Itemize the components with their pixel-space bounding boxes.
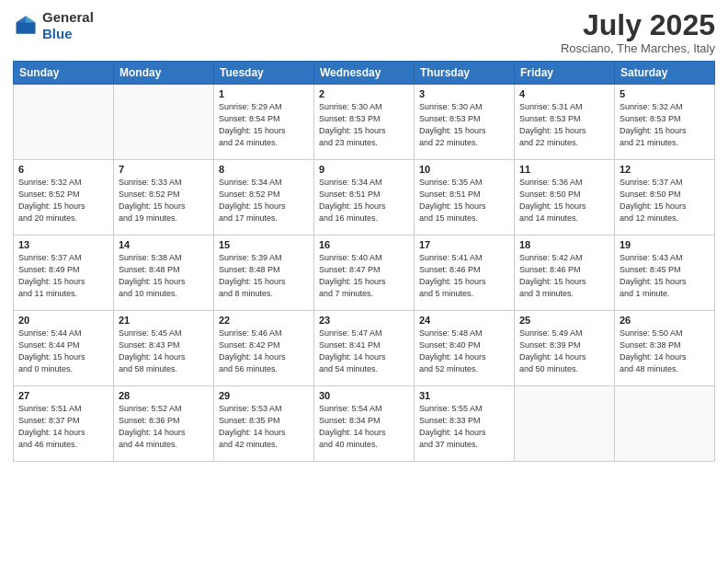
day-number: 2	[319, 88, 409, 99]
day-number: 30	[319, 390, 409, 401]
svg-marker-2	[17, 17, 27, 23]
day-info: Sunrise: 5:40 AM Sunset: 8:47 PM Dayligh…	[319, 252, 409, 300]
day-info: Sunrise: 5:48 AM Sunset: 8:40 PM Dayligh…	[419, 327, 509, 375]
day-cell: 25Sunrise: 5:49 AM Sunset: 8:39 PM Dayli…	[515, 311, 615, 386]
col-header-monday: Monday	[114, 62, 214, 85]
day-cell: 30Sunrise: 5:54 AM Sunset: 8:34 PM Dayli…	[314, 386, 415, 462]
day-info: Sunrise: 5:32 AM Sunset: 8:53 PM Dayligh…	[620, 101, 710, 149]
day-info: Sunrise: 5:37 AM Sunset: 8:49 PM Dayligh…	[18, 252, 108, 300]
day-cell: 23Sunrise: 5:47 AM Sunset: 8:41 PM Dayli…	[314, 311, 415, 386]
day-cell: 3Sunrise: 5:30 AM Sunset: 8:53 PM Daylig…	[415, 85, 515, 160]
day-number: 25	[519, 315, 609, 326]
day-number: 20	[18, 315, 108, 326]
day-cell: 21Sunrise: 5:45 AM Sunset: 8:43 PM Dayli…	[114, 311, 214, 386]
day-info: Sunrise: 5:54 AM Sunset: 8:34 PM Dayligh…	[319, 403, 409, 451]
week-row-1: 6Sunrise: 5:32 AM Sunset: 8:52 PM Daylig…	[14, 160, 715, 236]
day-cell: 31Sunrise: 5:55 AM Sunset: 8:33 PM Dayli…	[415, 386, 515, 462]
header: General Blue July 2025 Rosciano, The Mar…	[13, 9, 715, 55]
day-number: 15	[219, 239, 309, 250]
day-cell	[615, 386, 715, 462]
day-cell: 13Sunrise: 5:37 AM Sunset: 8:49 PM Dayli…	[14, 236, 114, 311]
week-row-0: 1Sunrise: 5:29 AM Sunset: 8:54 PM Daylig…	[14, 85, 715, 160]
day-info: Sunrise: 5:31 AM Sunset: 8:53 PM Dayligh…	[519, 101, 609, 149]
col-header-sunday: Sunday	[14, 62, 114, 85]
day-cell: 26Sunrise: 5:50 AM Sunset: 8:38 PM Dayli…	[615, 311, 715, 386]
day-info: Sunrise: 5:29 AM Sunset: 8:54 PM Dayligh…	[219, 101, 309, 149]
day-info: Sunrise: 5:34 AM Sunset: 8:52 PM Dayligh…	[219, 177, 309, 224]
day-info: Sunrise: 5:53 AM Sunset: 8:35 PM Dayligh…	[219, 403, 309, 451]
day-info: Sunrise: 5:46 AM Sunset: 8:42 PM Dayligh…	[219, 327, 309, 375]
logo-blue: Blue	[42, 26, 94, 42]
day-cell: 6Sunrise: 5:32 AM Sunset: 8:52 PM Daylig…	[14, 160, 114, 236]
day-number: 3	[419, 88, 509, 99]
day-number: 1	[219, 88, 309, 99]
day-number: 28	[119, 390, 209, 401]
day-cell: 20Sunrise: 5:44 AM Sunset: 8:44 PM Dayli…	[14, 311, 114, 386]
day-cell: 16Sunrise: 5:40 AM Sunset: 8:47 PM Dayli…	[314, 236, 415, 311]
day-cell: 10Sunrise: 5:35 AM Sunset: 8:51 PM Dayli…	[415, 160, 515, 236]
day-cell: 27Sunrise: 5:51 AM Sunset: 8:37 PM Dayli…	[14, 386, 114, 462]
day-info: Sunrise: 5:34 AM Sunset: 8:51 PM Dayligh…	[319, 177, 409, 224]
day-number: 5	[620, 88, 710, 99]
day-info: Sunrise: 5:51 AM Sunset: 8:37 PM Dayligh…	[18, 403, 108, 451]
day-number: 14	[119, 239, 209, 250]
calendar-header-row: SundayMondayTuesdayWednesdayThursdayFrid…	[14, 62, 715, 85]
day-info: Sunrise: 5:43 AM Sunset: 8:45 PM Dayligh…	[620, 252, 710, 300]
col-header-wednesday: Wednesday	[314, 62, 415, 85]
day-cell: 7Sunrise: 5:33 AM Sunset: 8:52 PM Daylig…	[114, 160, 214, 236]
day-cell	[14, 85, 114, 160]
month-title: July 2025	[561, 9, 715, 41]
day-cell: 2Sunrise: 5:30 AM Sunset: 8:53 PM Daylig…	[314, 85, 415, 160]
day-cell: 11Sunrise: 5:36 AM Sunset: 8:50 PM Dayli…	[515, 160, 615, 236]
week-row-2: 13Sunrise: 5:37 AM Sunset: 8:49 PM Dayli…	[14, 236, 715, 311]
day-cell: 17Sunrise: 5:41 AM Sunset: 8:46 PM Dayli…	[415, 236, 515, 311]
day-info: Sunrise: 5:33 AM Sunset: 8:52 PM Dayligh…	[119, 177, 209, 224]
day-number: 16	[319, 239, 409, 250]
day-cell: 19Sunrise: 5:43 AM Sunset: 8:45 PM Dayli…	[615, 236, 715, 311]
day-cell: 22Sunrise: 5:46 AM Sunset: 8:42 PM Dayli…	[214, 311, 314, 386]
logo-text: General Blue	[42, 9, 94, 42]
day-number: 4	[519, 88, 609, 99]
col-header-thursday: Thursday	[415, 62, 515, 85]
day-number: 26	[620, 315, 710, 326]
day-info: Sunrise: 5:32 AM Sunset: 8:52 PM Dayligh…	[18, 177, 108, 224]
day-info: Sunrise: 5:30 AM Sunset: 8:53 PM Dayligh…	[419, 101, 509, 149]
day-number: 24	[419, 315, 509, 326]
day-info: Sunrise: 5:30 AM Sunset: 8:53 PM Dayligh…	[319, 101, 409, 149]
day-number: 22	[219, 315, 309, 326]
day-info: Sunrise: 5:41 AM Sunset: 8:46 PM Dayligh…	[419, 252, 509, 300]
day-number: 7	[119, 164, 209, 175]
day-cell: 18Sunrise: 5:42 AM Sunset: 8:46 PM Dayli…	[515, 236, 615, 311]
day-info: Sunrise: 5:55 AM Sunset: 8:33 PM Dayligh…	[419, 403, 509, 451]
day-info: Sunrise: 5:39 AM Sunset: 8:48 PM Dayligh…	[219, 252, 309, 300]
day-info: Sunrise: 5:44 AM Sunset: 8:44 PM Dayligh…	[18, 327, 108, 375]
day-cell: 14Sunrise: 5:38 AM Sunset: 8:48 PM Dayli…	[114, 236, 214, 311]
day-cell: 12Sunrise: 5:37 AM Sunset: 8:50 PM Dayli…	[615, 160, 715, 236]
day-number: 23	[319, 315, 409, 326]
day-cell: 8Sunrise: 5:34 AM Sunset: 8:52 PM Daylig…	[214, 160, 314, 236]
page: General Blue July 2025 Rosciano, The Mar…	[0, 0, 728, 563]
day-number: 31	[419, 390, 509, 401]
day-info: Sunrise: 5:37 AM Sunset: 8:50 PM Dayligh…	[620, 177, 710, 224]
day-cell: 9Sunrise: 5:34 AM Sunset: 8:51 PM Daylig…	[314, 160, 415, 236]
day-number: 11	[519, 164, 609, 175]
day-number: 8	[219, 164, 309, 175]
day-number: 29	[219, 390, 309, 401]
day-info: Sunrise: 5:36 AM Sunset: 8:50 PM Dayligh…	[519, 177, 609, 224]
logo: General Blue	[13, 9, 94, 42]
day-cell: 29Sunrise: 5:53 AM Sunset: 8:35 PM Dayli…	[214, 386, 314, 462]
day-cell: 24Sunrise: 5:48 AM Sunset: 8:40 PM Dayli…	[415, 311, 515, 386]
day-number: 18	[519, 239, 609, 250]
day-info: Sunrise: 5:52 AM Sunset: 8:36 PM Dayligh…	[119, 403, 209, 451]
day-info: Sunrise: 5:47 AM Sunset: 8:41 PM Dayligh…	[319, 327, 409, 375]
day-number: 27	[18, 390, 108, 401]
day-number: 21	[119, 315, 209, 326]
day-info: Sunrise: 5:42 AM Sunset: 8:46 PM Dayligh…	[519, 252, 609, 300]
day-cell: 4Sunrise: 5:31 AM Sunset: 8:53 PM Daylig…	[515, 85, 615, 160]
day-cell: 28Sunrise: 5:52 AM Sunset: 8:36 PM Dayli…	[114, 386, 214, 462]
day-info: Sunrise: 5:50 AM Sunset: 8:38 PM Dayligh…	[620, 327, 710, 375]
logo-icon	[13, 13, 39, 39]
col-header-friday: Friday	[515, 62, 615, 85]
week-row-4: 27Sunrise: 5:51 AM Sunset: 8:37 PM Dayli…	[14, 386, 715, 462]
col-header-saturday: Saturday	[615, 62, 715, 85]
